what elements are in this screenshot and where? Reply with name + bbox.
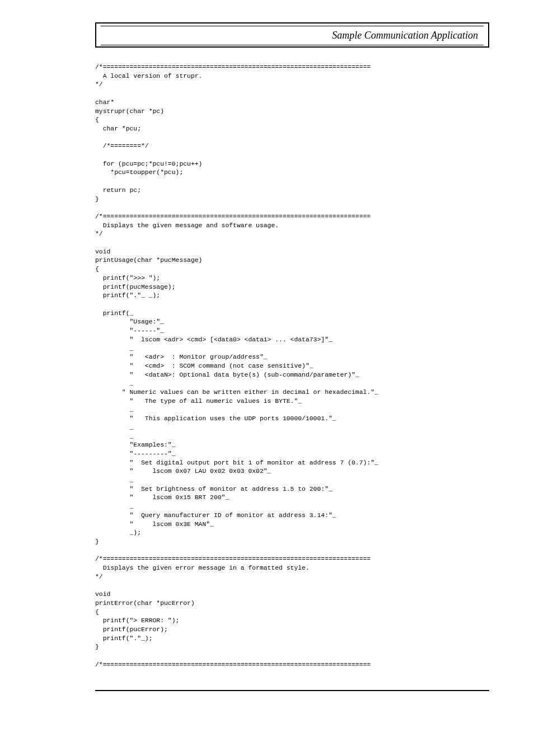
footer-rule [95,690,489,691]
header-outer-frame: Sample Communication Application [95,22,489,48]
code-block: /*======================================… [95,63,489,670]
header-inner-frame: Sample Communication Application [101,26,484,45]
document-page: Sample Communication Application /*=====… [0,0,534,756]
header-title: Sample Communication Application [332,30,478,41]
